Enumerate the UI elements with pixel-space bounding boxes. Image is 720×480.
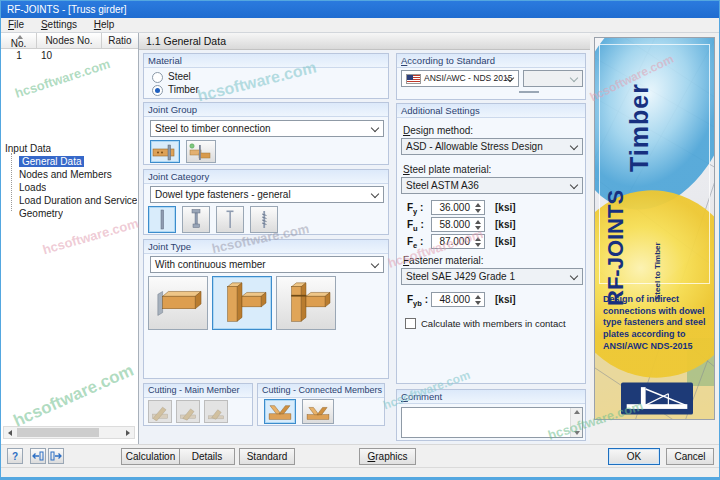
fe-label: Fe :: [407, 236, 423, 250]
fastener-screw-button[interactable]: [250, 206, 278, 233]
table-cell-no[interactable]: 1: [1, 49, 37, 63]
standard-button[interactable]: Standard: [239, 448, 295, 465]
chevron-down-icon: [371, 190, 379, 198]
fe-input[interactable]: 87.000: [431, 234, 485, 249]
column-header-nodes[interactable]: Nodes No.: [37, 33, 102, 49]
material-timber-radio[interactable]: [152, 85, 163, 96]
members-in-contact-label[interactable]: Calculate with members in contact: [421, 318, 566, 329]
joint-category-title: Joint Category: [144, 170, 388, 184]
calculation-button[interactable]: Calculation: [121, 448, 180, 465]
spinner-up-icon: [475, 237, 481, 241]
joint-type-single-beam-button[interactable]: [148, 276, 208, 330]
standard-annex-select[interactable]: [523, 70, 583, 87]
cutting-main-option1-button[interactable]: [148, 400, 172, 423]
fu-unit: [ksi]: [495, 219, 516, 230]
comment-textarea[interactable]: [401, 407, 583, 438]
truss-logo-icon: [621, 382, 693, 415]
fastener-bolt-button[interactable]: [182, 206, 210, 233]
joint-group-select[interactable]: Steel to timber connection: [150, 120, 384, 137]
design-method-select[interactable]: ASD - Allowable Stress Design: [401, 138, 583, 155]
joint-group-title: Joint Group: [144, 103, 388, 117]
brand-timber-text: Timber: [625, 83, 654, 172]
joint-category-groupbox: Joint Category Dowel type fasteners - ge…: [143, 169, 389, 235]
previous-module-button[interactable]: [30, 448, 46, 464]
material-steel-label[interactable]: Steel: [168, 71, 191, 82]
fastener-material-select[interactable]: Steel SAE J429 Grade 1: [401, 268, 583, 285]
cancel-button[interactable]: Cancel: [666, 448, 714, 465]
ok-button[interactable]: OK: [608, 448, 660, 465]
horizontal-scrollbar[interactable]: [3, 426, 135, 439]
spinner-down-icon: [475, 301, 481, 305]
joint-type-continuous-member-button[interactable]: [212, 276, 272, 330]
steel-plate-material-select[interactable]: Steel ASTM A36: [401, 177, 583, 194]
fe-spinner[interactable]: [472, 236, 483, 247]
fu-spinner[interactable]: [472, 219, 483, 230]
tree-item-load-duration[interactable]: Load Duration and Service Con: [19, 194, 137, 207]
column-header-ratio[interactable]: Ratio: [102, 33, 138, 49]
joint-group-groupbox: Joint Group Steel to timber connection: [143, 102, 389, 165]
fastener-nail-button[interactable]: [216, 206, 244, 233]
menu-settings[interactable]: Settings: [34, 18, 84, 33]
menu-help[interactable]: Help: [87, 18, 122, 33]
joint-group-option-lap-joint-button[interactable]: [186, 140, 216, 163]
v-notch-cut-icon: [267, 402, 293, 422]
chevron-down-icon: [570, 181, 578, 189]
miter-cut-icon: [150, 402, 170, 421]
joint-type-split-member-button[interactable]: [276, 276, 336, 330]
menu-file[interactable]: File: [1, 18, 31, 33]
fy-input[interactable]: 36.000: [431, 200, 485, 215]
fy-spinner[interactable]: [472, 202, 483, 213]
comment-groupbox: Comment: [396, 389, 586, 441]
table-cell-nodes[interactable]: 10: [41, 49, 99, 63]
design-method-label: Design method:: [403, 125, 473, 136]
table-cell-ratio[interactable]: [102, 49, 138, 63]
tree-item-loads[interactable]: Loads: [19, 181, 46, 194]
next-module-button[interactable]: [48, 448, 64, 464]
arrow-left-icon: [32, 451, 44, 461]
tree-item-geometry[interactable]: Geometry: [19, 207, 63, 220]
joint-category-select[interactable]: Dowel type fasteners - general: [150, 186, 384, 203]
material-timber-label[interactable]: Timber: [168, 84, 199, 95]
titlebar[interactable]: RF-JOINTS - [Truss girder]: [1, 1, 719, 18]
spinner-up-icon: [475, 220, 481, 224]
joint-group-option-steel-plate-button[interactable]: [150, 140, 180, 163]
cutting-connected-option2-button[interactable]: [302, 399, 334, 424]
scrollbar-thumb[interactable]: [17, 428, 99, 437]
standard-select[interactable]: ANSI/AWC - NDS 2015: [401, 70, 519, 87]
spinner-down-icon: [475, 209, 481, 213]
cutting-main-option2-button[interactable]: [176, 400, 200, 423]
bolt-icon: [186, 208, 206, 231]
tree-item-general-data[interactable]: General Data: [19, 155, 84, 168]
cutting-main-option3-button[interactable]: [204, 400, 228, 423]
details-button[interactable]: Details: [179, 448, 235, 465]
joint-type-select[interactable]: With continuous member: [150, 256, 384, 273]
additional-settings-groupbox: Additional Settings Design method: ASD -…: [396, 103, 586, 384]
tree-item-nodes-members[interactable]: Nodes and Members: [19, 168, 112, 181]
comment-scrollbar[interactable]: [570, 408, 582, 437]
fyb-input[interactable]: 48.000: [431, 292, 485, 307]
scroll-right-button[interactable]: [122, 427, 134, 438]
brand-description: Design of indirect connections with dowe…: [603, 294, 709, 352]
cutting-connected-option1-button[interactable]: [264, 399, 296, 424]
cutting-main-groupbox: Cutting - Main Member: [143, 383, 253, 426]
column-header-no[interactable]: No.: [1, 33, 37, 49]
joint-type-title: Joint Type: [144, 240, 388, 254]
graphics-button[interactable]: Graphics: [359, 448, 416, 465]
fu-input[interactable]: 58.000: [431, 217, 485, 232]
brand-image: Timber RF-JOINTS Steel to Timber Design …: [594, 37, 715, 420]
fastener-dowel-button[interactable]: [148, 206, 176, 233]
chevron-down-icon: [570, 142, 578, 150]
tree-connector-line: [11, 153, 12, 211]
brand-sidebar: Timber RF-JOINTS Steel to Timber Design …: [590, 33, 719, 444]
spinner-up-icon: [475, 295, 481, 299]
brand-subtitle-text: Steel to Timber: [653, 242, 662, 300]
help-icon: ?: [12, 451, 18, 462]
members-in-contact-checkbox[interactable]: [405, 318, 416, 329]
scroll-left-button[interactable]: [4, 427, 16, 438]
vertical-cut-icon: [178, 402, 198, 421]
chevron-down-icon: [371, 124, 379, 132]
material-steel-radio[interactable]: [152, 72, 163, 83]
chevron-down-icon: [570, 272, 578, 280]
fyb-spinner[interactable]: [472, 294, 483, 305]
help-button[interactable]: ?: [7, 448, 23, 464]
